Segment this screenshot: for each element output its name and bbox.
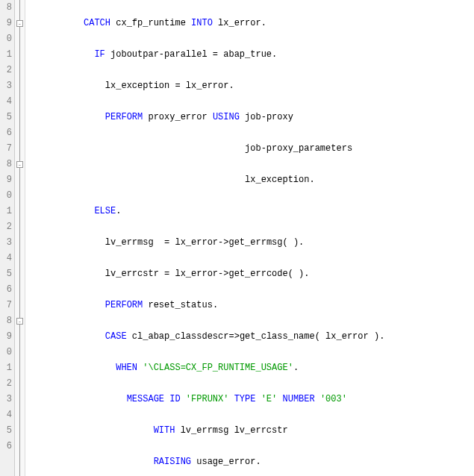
line-number: 2: [0, 219, 12, 235]
code-line: IF joboutpar-parallel = abap_true.: [30, 47, 474, 63]
line-number: 6: [0, 282, 12, 298]
code-line: lv_errcstr = lx_error->get_errcode( ).: [30, 266, 474, 282]
fold-toggle-icon[interactable]: -: [16, 318, 23, 325]
line-number: 2: [0, 376, 12, 392]
line-number: 4: [0, 251, 12, 266]
line-number: 6: [0, 125, 12, 141]
code-line: MESSAGE ID 'FPRUNX' TYPE 'E' NUMBER '003…: [30, 392, 474, 407]
code-line: CASE cl_abap_classdescr=>get_class_name(…: [30, 329, 474, 345]
line-number: 3: [0, 235, 12, 251]
line-number: 3: [0, 78, 12, 94]
line-number: 7: [0, 141, 12, 157]
line-number: 0: [0, 188, 12, 204]
code-line: PERFORM proxy_error USING job-proxy: [30, 110, 474, 125]
line-number: 0: [0, 31, 12, 47]
fold-guide-line: [19, 0, 20, 476]
line-number: 4: [0, 407, 12, 423]
line-number: 9: [0, 172, 12, 188]
code-line: job-proxy_parameters: [30, 141, 474, 157]
line-number: 2: [0, 63, 12, 78]
line-number: 0: [0, 345, 12, 360]
line-number: 5: [0, 423, 12, 439]
code-line: lx_exception = lx_error.: [30, 78, 474, 94]
line-number: 5: [0, 266, 12, 282]
line-number: 9: [0, 329, 12, 345]
line-number: 4: [0, 94, 12, 110]
line-number: 9: [0, 16, 12, 31]
code-line: CATCH cx_fp_runtime INTO lx_error.: [30, 16, 474, 31]
line-number: 7: [0, 298, 12, 313]
line-number: 3: [0, 392, 12, 407]
line-number: 1: [0, 204, 12, 219]
line-number: 8: [0, 313, 12, 329]
code-line: lv_errmsg = lx_error->get_errmsg( ).: [30, 235, 474, 251]
code-line: lx_exception.: [30, 172, 474, 188]
code-line: RAISING usage_error.: [30, 454, 474, 470]
line-number: 5: [0, 110, 12, 125]
fold-gutter: - - -: [15, 0, 25, 476]
line-number: 8: [0, 0, 12, 16]
line-number: 1: [0, 360, 12, 376]
abap-editor: 8 9 0 1 2 3 4 5 6 7 8 9 0 1 2 3 4 5 6 7 …: [0, 0, 474, 476]
code-line: WHEN '\CLASS=CX_FP_RUNTIME_USAGE'.: [30, 360, 474, 376]
line-number: 1: [0, 47, 12, 63]
line-number-gutter: 8 9 0 1 2 3 4 5 6 7 8 9 0 1 2 3 4 5 6 7 …: [0, 0, 15, 476]
code-line: ELSE.: [30, 204, 474, 219]
line-number: 6: [0, 439, 12, 454]
code-line: WITH lv_errmsg lv_errcstr: [30, 423, 474, 439]
fold-toggle-icon[interactable]: -: [16, 161, 23, 168]
code-area[interactable]: CATCH cx_fp_runtime INTO lx_error. IF jo…: [25, 0, 474, 476]
code-line: PERFORM reset_status.: [30, 298, 474, 313]
fold-toggle-icon[interactable]: -: [16, 20, 23, 27]
line-number: 8: [0, 157, 12, 172]
